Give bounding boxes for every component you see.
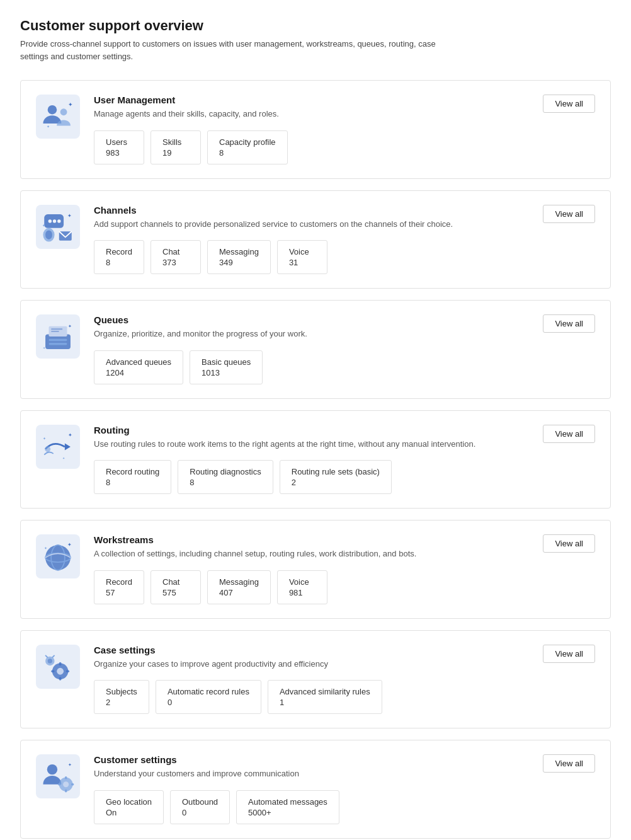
svg-text:✦: ✦ (62, 456, 65, 459)
svg-text:✦: ✦ (68, 323, 72, 329)
routing-desc: Use routing rules to route work items to… (94, 438, 475, 451)
routing-section: ✦ ✦ ✦ Routing Use routing rules to route… (20, 410, 611, 509)
user-management-section: ✦ ✦ User Management Manage agents and th… (20, 80, 611, 179)
workstreams-desc: A collection of settings, including chan… (94, 548, 416, 560)
customer-settings-desc: Understand your customers and improve co… (94, 768, 299, 780)
case-settings-title-block: Case settings Organize your cases to imp… (94, 645, 328, 681)
case-settings-header: Case settings Organize your cases to imp… (94, 645, 595, 681)
workstreams-icon: ✦ ✦ (36, 534, 80, 578)
svg-text:✦: ✦ (43, 436, 46, 440)
svg-point-22 (45, 446, 50, 452)
routing-title: Routing (94, 425, 475, 435)
metric-geo-location: Geo location On (94, 790, 164, 824)
svg-rect-33 (59, 662, 62, 665)
svg-point-5 (48, 219, 52, 222)
channels-metrics: Record 8 Chat 373 Messaging 349 Voice 31 (94, 240, 595, 274)
channels-section: ✦ ✦ Channels Add support channels to pro… (20, 190, 611, 289)
svg-text:✦: ✦ (67, 212, 72, 218)
customer-settings-title-block: Customer settings Understand your custom… (94, 754, 299, 790)
case-settings-view-all[interactable]: View all (543, 645, 595, 663)
customer-settings-title: Customer settings (94, 754, 299, 765)
user-management-view-all[interactable]: View all (543, 95, 595, 113)
metric-ws-record: Record 57 (94, 570, 144, 604)
channels-title: Channels (94, 205, 453, 216)
svg-text:✦: ✦ (68, 101, 73, 108)
metric-auto-record-rules: Automatic record rules 0 (156, 680, 261, 714)
channels-title-block: Channels Add support channels to provide… (94, 205, 453, 241)
routing-body: Routing Use routing rules to route work … (94, 425, 595, 495)
metric-routing-rule-sets: Routing rule sets (basic) 2 (280, 460, 392, 494)
svg-rect-17 (51, 328, 62, 330)
user-management-metrics: Users 983 Skills 19 Capacity profile 8 (94, 130, 595, 164)
routing-title-block: Routing Use routing rules to route work … (94, 425, 475, 461)
page-subtitle: Provide cross-channel support to custome… (20, 38, 461, 62)
user-management-title-block: User Management Manage agents and their … (94, 95, 279, 130)
queues-title-block: Queues Organize, prioritize, and monitor… (94, 314, 307, 350)
svg-point-43 (63, 781, 69, 787)
channels-view-all[interactable]: View all (543, 205, 595, 223)
case-settings-body: Case settings Organize your cases to imp… (94, 645, 595, 715)
queues-desc: Organize, prioritize, and monitor the pr… (94, 328, 307, 340)
metric-ws-voice: Voice 981 (277, 570, 327, 604)
svg-rect-45 (65, 790, 67, 793)
user-management-title: User Management (94, 95, 279, 105)
queues-body: Queues Organize, prioritize, and monitor… (94, 314, 595, 384)
svg-text:✦: ✦ (42, 223, 45, 227)
svg-rect-35 (51, 670, 54, 672)
queues-section: ✦ ✦ Queues Organize, prioritize, and mon… (20, 300, 611, 399)
routing-view-all[interactable]: View all (543, 425, 595, 443)
queues-title: Queues (94, 314, 307, 325)
metric-adv-similarity-rules: Advanced similarity rules 1 (268, 680, 382, 714)
channels-desc: Add support channels to provide personal… (94, 218, 453, 231)
svg-rect-44 (65, 776, 67, 780)
user-management-desc: Manage agents and their skills, capacity… (94, 108, 279, 120)
metric-basic-queues: Basic queues 1013 (190, 350, 263, 384)
svg-text:✦: ✦ (67, 542, 72, 548)
customer-settings-view-all[interactable]: View all (543, 754, 595, 773)
case-settings-desc: Organize your cases to improve agent pro… (94, 658, 328, 670)
metric-automated-messages: Automated messages 5000+ (236, 790, 339, 824)
customer-settings-metrics: Geo location On Outbound 0 Automated mes… (94, 790, 595, 824)
metric-ws-messaging: Messaging 407 (207, 570, 271, 604)
page-container: Customer support overview Provide cross-… (0, 0, 631, 840)
metric-routing-diagnostics: Routing diagnostics 8 (178, 460, 273, 494)
svg-text:✦: ✦ (44, 546, 47, 550)
workstreams-title: Workstreams (94, 534, 416, 545)
queues-view-all[interactable]: View all (543, 314, 595, 333)
metric-record-routing: Record routing 8 (94, 460, 171, 494)
metric-voice: Voice 31 (277, 240, 327, 274)
user-management-header: User Management Manage agents and their … (94, 95, 595, 130)
metric-outbound: Outbound 0 (170, 790, 230, 824)
svg-point-0 (48, 105, 57, 115)
svg-text:✦: ✦ (43, 346, 45, 350)
workstreams-title-block: Workstreams A collection of settings, in… (94, 534, 416, 570)
case-settings-icon (36, 645, 80, 689)
customer-settings-header: Customer settings Understand your custom… (94, 754, 595, 790)
svg-point-7 (57, 219, 60, 222)
workstreams-view-all[interactable]: View all (543, 534, 595, 553)
metric-ws-chat: Chat 575 (151, 570, 201, 604)
customer-settings-icon: ✦ (36, 754, 80, 798)
queues-metrics: Advanced queues 1204 Basic queues 1013 (94, 350, 595, 384)
workstreams-header: Workstreams A collection of settings, in… (94, 534, 595, 570)
svg-point-41 (47, 764, 57, 774)
svg-rect-14 (49, 339, 67, 342)
svg-point-38 (48, 659, 52, 663)
workstreams-body: Workstreams A collection of settings, in… (94, 534, 595, 604)
svg-line-40 (52, 655, 55, 657)
page-title: Customer support overview (20, 18, 611, 34)
metric-users: Users 983 (94, 130, 144, 164)
svg-rect-15 (49, 343, 67, 345)
svg-point-26 (45, 545, 71, 570)
svg-point-1 (60, 108, 67, 115)
case-settings-title: Case settings (94, 645, 328, 655)
customer-settings-body: Customer settings Understand your custom… (94, 754, 595, 824)
routing-metrics: Record routing 8 Routing diagnostics 8 R… (94, 460, 595, 494)
svg-rect-36 (66, 670, 69, 672)
svg-rect-46 (58, 783, 61, 786)
customer-settings-section: ✦ Customer settings Understand your cust… (20, 740, 611, 839)
svg-rect-47 (71, 783, 74, 786)
metric-chat: Chat 373 (151, 240, 201, 274)
svg-text:✦: ✦ (47, 124, 50, 129)
workstreams-metrics: Record 57 Chat 575 Messaging 407 Voice 9… (94, 570, 595, 604)
